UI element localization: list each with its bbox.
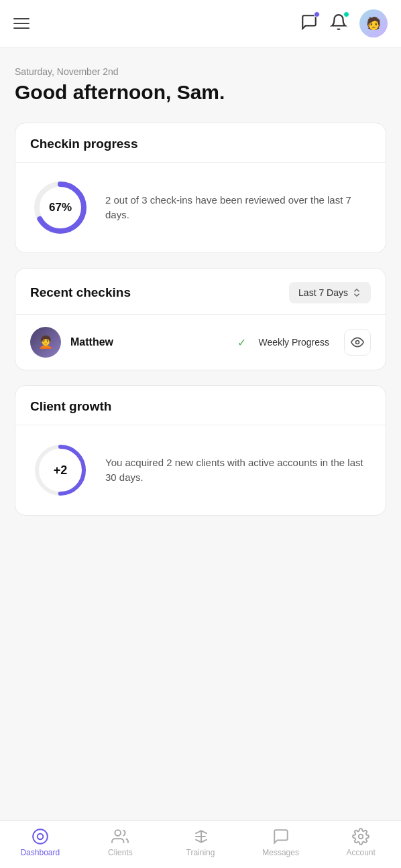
hamburger-menu[interactable] <box>13 18 30 29</box>
svg-point-8 <box>359 835 363 839</box>
header-actions: 🧑 <box>300 9 388 38</box>
greeting-title: Good afternoon, Sam. <box>15 81 386 104</box>
nav-label-training: Training <box>186 848 215 857</box>
nav-item-account[interactable]: Account <box>321 828 401 857</box>
recent-checkins-header: Recent checkins Last 7 Days <box>15 269 386 315</box>
checkin-description: 2 out of 3 check-ins have been reviewed … <box>105 193 371 223</box>
dashboard-nav-icon <box>32 828 49 845</box>
nav-item-dashboard[interactable]: Dashboard <box>0 828 80 857</box>
nav-item-clients[interactable]: Clients <box>80 828 161 857</box>
account-nav-icon <box>352 828 369 845</box>
filter-label: Last 7 Days <box>298 287 348 298</box>
training-nav-icon <box>192 828 209 845</box>
nav-label-messages: Messages <box>262 848 299 857</box>
progress-circle: 67% <box>30 177 91 238</box>
svg-point-2 <box>356 341 359 344</box>
nav-item-messages[interactable]: Messages <box>241 828 321 857</box>
client-growth-body: +2 You acquired 2 new clients with activ… <box>15 425 386 515</box>
greeting-date: Saturday, November 2nd <box>15 66 386 77</box>
checkin-list-item: 🧑‍🦱 Matthew ✓ Weekly Progress <box>15 315 386 370</box>
check-tick-icon: ✓ <box>237 336 246 349</box>
bottom-navigation: Dashboard Clients Training Messa <box>0 820 401 868</box>
nav-item-training[interactable]: Training <box>160 828 241 857</box>
checkin-progress-card: Checkin progress 67% 2 out of 3 check-in… <box>15 123 386 253</box>
eye-icon <box>351 336 364 349</box>
app-header: 🧑 <box>0 0 401 48</box>
filter-dropdown[interactable]: Last 7 Days <box>289 282 371 303</box>
growth-description: You acquired 2 new clients with active a… <box>105 455 371 486</box>
checkin-type: Weekly Progress <box>258 337 329 348</box>
user-avatar[interactable]: 🧑 <box>359 9 388 38</box>
client-growth-title: Client growth <box>30 399 371 414</box>
messages-badge <box>314 11 320 17</box>
notifications-button[interactable] <box>330 13 347 33</box>
svg-point-5 <box>33 829 48 844</box>
nav-label-clients: Clients <box>108 848 133 857</box>
growth-value: +2 <box>54 463 68 478</box>
checkin-progress-header: Checkin progress <box>15 123 386 163</box>
recent-checkins-card: Recent checkins Last 7 Days 🧑‍🦱 Matthew … <box>15 268 386 370</box>
client-growth-header: Client growth <box>15 386 386 425</box>
client-growth-card: Client growth +2 You acquired 2 new clie… <box>15 385 386 516</box>
checkin-progress-title: Checkin progress <box>30 137 371 151</box>
notifications-badge <box>343 11 349 17</box>
hamburger-line-1 <box>13 18 30 19</box>
checkin-progress-body: 67% 2 out of 3 check-ins have been revie… <box>15 163 386 252</box>
view-checkin-button[interactable] <box>344 329 371 356</box>
nav-label-account: Account <box>346 848 375 857</box>
svg-point-6 <box>37 834 43 840</box>
growth-row: +2 You acquired 2 new clients with activ… <box>30 440 371 500</box>
client-avatar-matthew: 🧑‍🦱 <box>30 327 61 358</box>
client-name: Matthew <box>70 336 228 348</box>
nav-label-dashboard: Dashboard <box>20 848 60 857</box>
clients-nav-icon <box>111 828 129 845</box>
chevron-icon <box>352 288 361 297</box>
messages-nav-icon <box>272 828 290 845</box>
growth-circle: +2 <box>30 440 91 500</box>
messages-button[interactable] <box>300 13 318 33</box>
progress-percentage: 67% <box>49 201 72 214</box>
hamburger-line-2 <box>13 23 30 24</box>
hamburger-line-3 <box>13 27 30 29</box>
svg-point-7 <box>115 830 121 836</box>
checkin-row: 67% 2 out of 3 check-ins have been revie… <box>30 177 371 238</box>
main-content: Saturday, November 2nd Good afternoon, S… <box>0 48 401 597</box>
recent-checkins-title: Recent checkins <box>30 285 131 300</box>
